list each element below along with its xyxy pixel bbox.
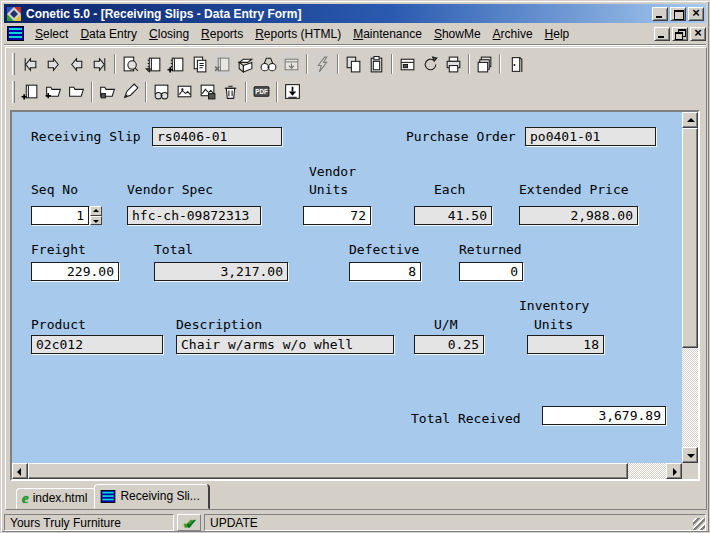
refresh-icon <box>421 55 440 74</box>
menu-reports-html[interactable]: Reports (HTML) <box>249 25 347 43</box>
total-received-field[interactable] <box>542 406 666 425</box>
system-menu-icon[interactable] <box>7 26 24 41</box>
svg-text:PDF: PDF <box>255 88 268 95</box>
clear-form-button[interactable] <box>234 53 257 76</box>
maximize-button[interactable] <box>670 7 686 21</box>
seq-no-stepper <box>90 206 102 225</box>
menu-maintenance[interactable]: Maintenance <box>347 25 428 43</box>
menu-reports[interactable]: Reports <box>195 25 249 43</box>
title-bar: Conetic 5.0 - [Receiving Slips - Data En… <box>4 4 706 23</box>
vendor-units-field[interactable] <box>303 206 371 225</box>
product-field[interactable] <box>31 335 163 354</box>
resize-grip[interactable] <box>693 518 705 530</box>
seq-no-field[interactable] <box>31 206 89 225</box>
form-window-button[interactable] <box>396 53 419 76</box>
previous-record-button[interactable] <box>65 53 88 76</box>
extended-price-field[interactable] <box>519 206 638 225</box>
close-button[interactable] <box>688 7 704 21</box>
internet-explorer-icon: e <box>22 492 29 504</box>
open-record-button[interactable] <box>142 53 165 76</box>
each-label: Each <box>434 182 465 197</box>
toolbar-gripper[interactable] <box>12 81 15 103</box>
menu-data-entry[interactable]: Data Entry <box>74 25 143 43</box>
menu-showme[interactable]: ShowMe <box>428 25 487 43</box>
delete-record-button[interactable] <box>211 53 234 76</box>
delete-trash-button[interactable] <box>219 80 242 103</box>
picture-icon <box>175 82 194 101</box>
status-mode: UPDATE <box>204 514 706 531</box>
notebook-plus-icon <box>167 55 186 74</box>
new-document-button[interactable] <box>19 80 42 103</box>
stepper-up-button[interactable] <box>90 206 102 216</box>
purchase-order-field[interactable] <box>525 127 656 146</box>
scroll-up-button[interactable] <box>682 112 698 128</box>
stepper-down-button[interactable] <box>90 216 102 226</box>
inventory-units-field[interactable] <box>527 335 604 354</box>
print-button[interactable] <box>442 53 465 76</box>
last-record-button[interactable] <box>88 53 111 76</box>
menu-closing[interactable]: Closing <box>143 25 195 43</box>
folder-properties-button[interactable] <box>96 80 119 103</box>
browse-stack-button[interactable] <box>473 53 496 76</box>
download-button[interactable] <box>281 80 304 103</box>
open-folder-button[interactable] <box>65 80 88 103</box>
refresh-button[interactable] <box>419 53 442 76</box>
tab-receiving-slips[interactable]: Receiving Sli... <box>94 484 208 509</box>
total-label: Total <box>154 242 193 257</box>
scroll-right-button[interactable] <box>666 463 682 479</box>
horizontal-scroll-thumb[interactable] <box>28 463 628 479</box>
image-button[interactable] <box>173 80 196 103</box>
vertical-scroll-thumb[interactable] <box>682 128 698 348</box>
add-to-folder-button[interactable] <box>42 80 65 103</box>
paste-button[interactable] <box>365 53 388 76</box>
description-field[interactable] <box>176 335 394 354</box>
minimize-button[interactable] <box>652 7 668 21</box>
total-field[interactable] <box>154 262 288 281</box>
sign-pen-button[interactable] <box>119 80 142 103</box>
find-button[interactable] <box>257 53 280 76</box>
find-image-button[interactable] <box>150 80 173 103</box>
exit-button[interactable] <box>504 53 527 76</box>
vendor-spec-label: Vendor Spec <box>127 182 213 197</box>
first-record-icon <box>21 55 40 74</box>
execute-button[interactable] <box>311 53 334 76</box>
binoculars-icon <box>259 55 278 74</box>
mdi-restore-button[interactable] <box>672 27 688 41</box>
toolbar-separator <box>306 54 308 74</box>
horizontal-scrollbar[interactable] <box>12 463 682 479</box>
scroll-left-button[interactable] <box>12 463 28 479</box>
menu-select[interactable]: Select <box>29 25 74 43</box>
mdi-minimize-button[interactable] <box>654 27 670 41</box>
duplicate-record-button[interactable] <box>188 53 211 76</box>
tab-index-html[interactable]: e index.html <box>16 488 96 509</box>
purchase-order-label: Purchase Order <box>406 129 516 144</box>
view-record-button[interactable] <box>119 53 142 76</box>
copy-button[interactable] <box>342 53 365 76</box>
vertical-scrollbar[interactable] <box>682 112 698 463</box>
each-field[interactable] <box>414 206 492 225</box>
freight-field[interactable] <box>31 262 119 281</box>
defective-label: Defective <box>349 242 419 257</box>
next-record-button[interactable] <box>42 53 65 76</box>
form-area: Receiving Slip Purchase Order Vendor Seq… <box>10 110 700 481</box>
first-record-button[interactable] <box>19 53 42 76</box>
new-record-button[interactable] <box>165 53 188 76</box>
vendor-units-label-line1: Vendor <box>309 164 356 179</box>
um-field[interactable] <box>414 335 484 354</box>
binoculars-image-icon <box>152 82 171 101</box>
scroll-down-button[interactable] <box>682 447 698 463</box>
menu-help[interactable]: Help <box>539 25 576 43</box>
returned-field[interactable] <box>459 262 523 281</box>
window-arrow-icon <box>282 55 301 74</box>
push-view-button[interactable] <box>280 53 303 76</box>
image-save-button[interactable] <box>196 80 219 103</box>
defective-field[interactable] <box>349 262 421 281</box>
menu-archive[interactable]: Archive <box>487 25 539 43</box>
picture-save-icon <box>198 82 217 101</box>
vendor-spec-field[interactable] <box>127 206 261 225</box>
receiving-slip-field[interactable] <box>152 127 282 146</box>
toolbar-gripper[interactable] <box>12 53 15 75</box>
mdi-close-button[interactable] <box>690 27 706 41</box>
export-pdf-button[interactable]: PDF <box>250 80 273 103</box>
status-company: Yours Truly Furniture <box>4 514 174 531</box>
